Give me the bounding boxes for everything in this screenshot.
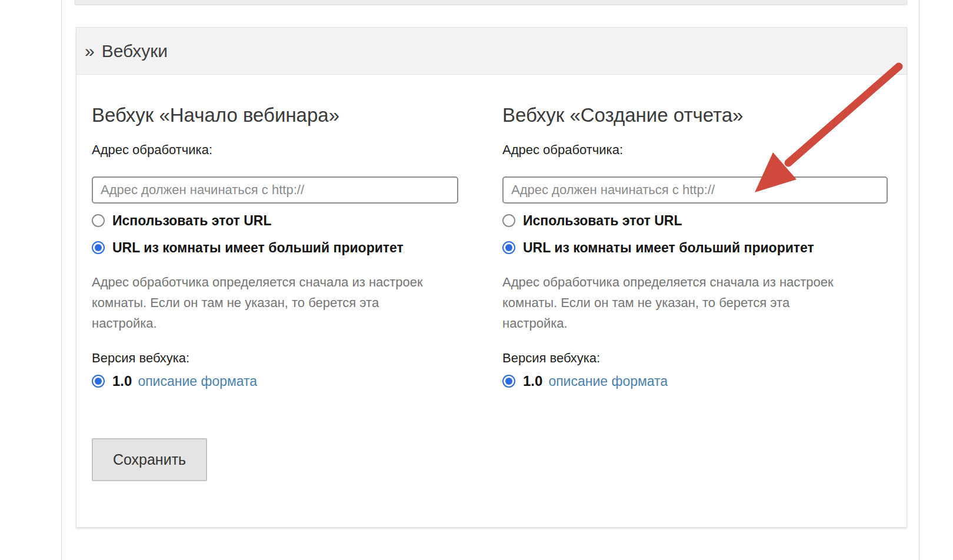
previous-section-bottom-edge	[75, 0, 907, 5]
version-value: 1.0	[112, 373, 132, 389]
radio-use-this-url[interactable]	[502, 214, 515, 227]
webhook-report-title: Вебхук «Создание отчета»	[502, 102, 888, 128]
description-line: Адрес обработчика определяется сначала и…	[502, 272, 855, 292]
webhook-start-column: Вебхук «Начало вебинара» Адрес обработчи…	[92, 75, 458, 389]
description-line: комнаты. Если он там не указан, то берет…	[92, 292, 445, 313]
double-chevron-icon: »	[85, 41, 95, 61]
content-left-border	[61, 0, 62, 560]
radio-dot	[95, 378, 102, 385]
radio-dot	[505, 378, 512, 385]
radio-use-this-url-label: Использовать этот URL	[523, 213, 682, 228]
radio-use-this-url-label: Использовать этот URL	[112, 213, 272, 228]
radio-row-use-url: Использовать этот URL	[502, 213, 888, 228]
content-right-border	[919, 0, 919, 560]
version-label: Версия вебхука:	[502, 350, 888, 366]
radio-room-priority[interactable]	[502, 241, 515, 254]
description-line: комнаты. Если он там не указан, то берет…	[502, 292, 855, 313]
version-row: 1.0 описание формата	[502, 373, 888, 389]
radio-room-priority[interactable]	[92, 241, 105, 254]
radio-room-priority-label: URL из комнаты имеет больший приоритет	[523, 240, 814, 255]
radio-row-use-url: Использовать этот URL	[92, 213, 458, 228]
description-line: настройка.	[502, 313, 855, 334]
description-line: Адрес обработчика определяется сначала и…	[92, 272, 445, 292]
version-value: 1.0	[523, 373, 542, 389]
save-button[interactable]: Сохранить	[92, 438, 207, 481]
radio-dot	[505, 217, 512, 224]
radio-dot	[95, 244, 102, 251]
webhook-start-title: Вебхук «Начало вебинара»	[92, 102, 458, 128]
radio-room-priority-label: URL из комнаты имеет больший приоритет	[112, 240, 404, 255]
radio-dot	[95, 217, 102, 224]
webhooks-panel-header: » Вебхуки	[76, 28, 907, 75]
radio-dot	[505, 244, 512, 251]
address-label: Адрес обработчика:	[92, 142, 458, 158]
version-label: Версия вебхука:	[92, 350, 458, 366]
panel-title: Вебхуки	[102, 41, 168, 61]
address-description: Адрес обработчика определяется сначала и…	[92, 272, 445, 334]
address-label: Адрес обработчика:	[502, 142, 888, 158]
webhooks-settings-page: » Вебхуки Вебхук «Начало вебинара» Адрес…	[0, 0, 953, 560]
radio-row-room-priority: URL из комнаты имеет больший приоритет	[502, 240, 888, 255]
start-webhook-address-input[interactable]	[92, 176, 458, 204]
radio-version-10[interactable]	[502, 375, 515, 388]
format-description-link[interactable]: описание формата	[548, 374, 668, 389]
format-description-link[interactable]: описание формата	[138, 374, 257, 389]
webhooks-panel: » Вебхуки Вебхук «Начало вебинара» Адрес…	[76, 27, 907, 528]
report-webhook-address-input[interactable]	[502, 176, 888, 204]
address-description: Адрес обработчика определяется сначала и…	[502, 272, 855, 334]
radio-version-10[interactable]	[92, 375, 105, 388]
radio-row-room-priority: URL из комнаты имеет больший приоритет	[92, 240, 458, 255]
webhook-report-column: Вебхук «Создание отчета» Адрес обработчи…	[502, 75, 888, 389]
description-line: настройка.	[92, 313, 445, 334]
radio-use-this-url[interactable]	[92, 214, 105, 227]
version-row: 1.0 описание формата	[92, 373, 458, 389]
